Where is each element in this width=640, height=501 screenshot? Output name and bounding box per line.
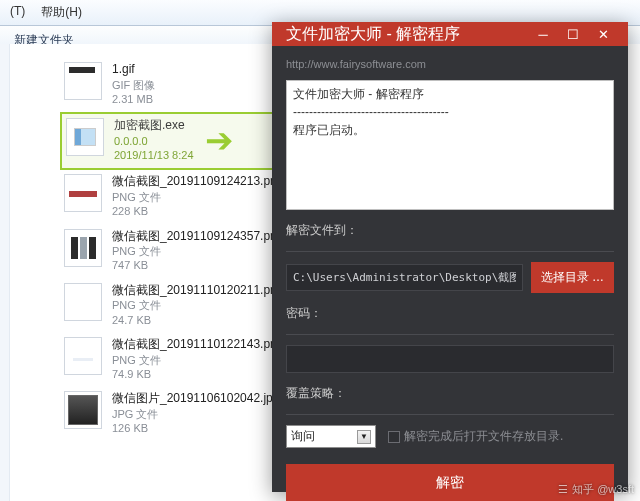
file-date: 2019/11/13 8:24 [114, 148, 194, 162]
file-item[interactable]: 微信截图_20191110120211.png PNG 文件 24.7 KB [60, 279, 290, 333]
file-thumb-icon [64, 391, 102, 429]
file-thumb-icon [64, 337, 102, 375]
file-size: 2.31 MB [112, 92, 155, 106]
file-size: 126 KB [112, 421, 279, 435]
log-line: 程序已启动。 [293, 121, 607, 139]
file-name: 微信图片_20191106102042.jpg [112, 391, 279, 407]
close-icon[interactable]: ✕ [588, 22, 618, 46]
file-item[interactable]: 微信截图_20191109124357.png PNG 文件 747 KB [60, 225, 290, 279]
file-name: 微信截图_20191110120211.png [112, 283, 283, 299]
log-line: 文件加密大师 - 解密程序 [293, 85, 607, 103]
watermark-text: 知乎 @w3sft [572, 482, 634, 497]
file-type: JPG 文件 [112, 407, 279, 421]
log-output: 文件加密大师 - 解密程序 --------------------------… [286, 80, 614, 210]
checkbox-icon [388, 431, 400, 443]
vendor-url: http://www.fairysoftware.com [286, 58, 614, 70]
file-item-selected[interactable]: 加密截图.exe 0.0.0.0 2019/11/13 8:24 [60, 112, 290, 170]
dest-label: 解密文件到： [286, 222, 614, 239]
file-thumb-icon [64, 62, 102, 100]
file-type: PNG 文件 [112, 244, 283, 258]
file-size: 74.9 KB [112, 367, 283, 381]
file-list: 1.gif GIF 图像 2.31 MB 加密截图.exe 0.0.0.0 20… [60, 58, 290, 441]
select-value: 询问 [291, 428, 315, 445]
menu-item-t[interactable]: (T) [4, 2, 31, 23]
file-item[interactable]: 1.gif GIF 图像 2.31 MB [60, 58, 290, 112]
file-name: 1.gif [112, 62, 155, 78]
divider [286, 334, 614, 335]
file-type: PNG 文件 [112, 353, 283, 367]
file-name: 加密截图.exe [114, 118, 194, 134]
password-input[interactable] [286, 345, 614, 373]
file-size: 747 KB [112, 258, 283, 272]
minimize-icon[interactable]: ─ [528, 22, 558, 46]
file-name: 微信截图_20191109124213.png [112, 174, 283, 190]
file-thumb-icon [64, 229, 102, 267]
divider [286, 251, 614, 252]
file-item[interactable]: 微信图片_20191106102042.jpg JPG 文件 126 KB [60, 387, 290, 441]
dest-path-input[interactable] [286, 264, 523, 291]
divider [286, 414, 614, 415]
file-thumb-icon [66, 118, 104, 156]
file-type: GIF 图像 [112, 78, 155, 92]
file-type: PNG 文件 [112, 298, 283, 312]
strategy-label: 覆盖策略： [286, 385, 614, 402]
title-bar: 文件加密大师 - 解密程序 ─ ☐ ✕ [272, 22, 628, 46]
file-size: 24.7 KB [112, 313, 283, 327]
open-after-label: 解密完成后打开文件存放目录. [404, 428, 563, 445]
chevron-down-icon: ▼ [357, 430, 371, 444]
file-item[interactable]: 微信截图_20191110122143.png PNG 文件 74.9 KB [60, 333, 290, 387]
file-name: 微信截图_20191110122143.png [112, 337, 283, 353]
zhihu-logo-icon: ☰ [558, 483, 568, 496]
open-after-checkbox[interactable]: 解密完成后打开文件存放目录. [388, 428, 563, 445]
file-size: 228 KB [112, 204, 283, 218]
maximize-icon[interactable]: ☐ [558, 22, 588, 46]
file-item[interactable]: 微信截图_20191109124213.png PNG 文件 228 KB [60, 170, 290, 224]
menu-item-help[interactable]: 帮助(H) [35, 2, 88, 23]
nav-strip [0, 44, 10, 501]
file-thumb-icon [64, 174, 102, 212]
password-label: 密码： [286, 305, 614, 322]
file-name: 微信截图_20191109124357.png [112, 229, 283, 245]
decryptor-window: 文件加密大师 - 解密程序 ─ ☐ ✕ http://www.fairysoft… [272, 22, 628, 492]
log-line: --------------------------------------- [293, 103, 607, 121]
choose-dir-button[interactable]: 选择目录 … [531, 262, 614, 293]
overwrite-strategy-select[interactable]: 询问 ▼ [286, 425, 376, 448]
app-title: 文件加密大师 - 解密程序 [286, 24, 528, 45]
watermark: ☰ 知乎 @w3sft [558, 482, 634, 497]
file-thumb-icon [64, 283, 102, 321]
file-type: PNG 文件 [112, 190, 283, 204]
file-version: 0.0.0.0 [114, 134, 194, 148]
